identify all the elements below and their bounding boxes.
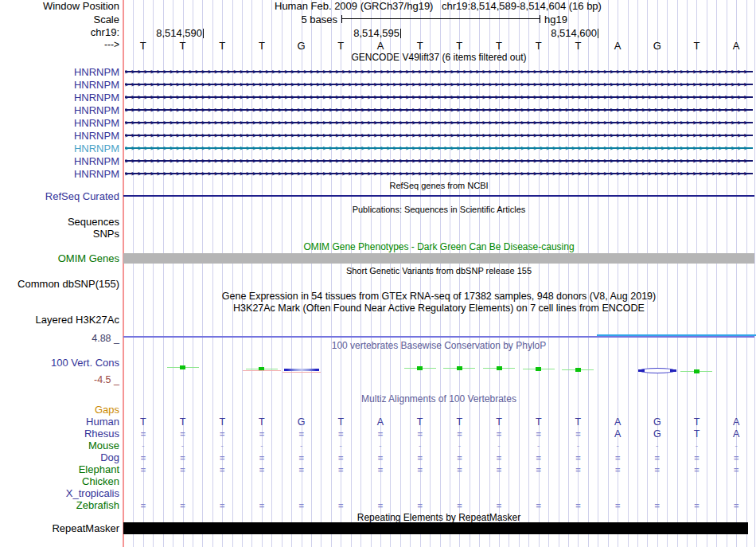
alignment-cell: = — [220, 465, 224, 475]
base-letter: G — [653, 40, 661, 52]
coordinate-tick — [203, 29, 204, 38]
omim-track-title[interactable]: OMIM Gene Phenotypes - Dark Green Can Be… — [123, 242, 754, 252]
alignment-cell: - — [379, 441, 381, 450]
omim-genes-label[interactable]: OMIM Genes — [0, 253, 119, 264]
alignment-cell: = — [457, 501, 462, 510]
coordinate-tick — [400, 29, 401, 38]
alignment-cell: = — [694, 453, 699, 463]
alignment-cell: = — [338, 453, 343, 463]
gene-transcript-row[interactable]: >>>>>>>>>>>>>>>>>>>>>>>>>>>>>>>>>>>>>>>>… — [125, 129, 754, 142]
gene-label-hnrnpm[interactable]: HNRNPM — [0, 92, 119, 104]
alignment-cell: A — [614, 428, 621, 440]
species-label-chicken[interactable]: Chicken — [0, 476, 119, 487]
species-label-dog[interactable]: Dog — [0, 452, 119, 463]
alignment-cell: = — [298, 465, 303, 475]
gene-label-hnrnpm[interactable]: HNRNPM — [0, 143, 119, 154]
conservation-track-label[interactable]: 100 Vert. Cons — [0, 358, 119, 369]
strand-arrows: >>>>>>>>>>>>>>>>>>>>>>>>>>>>>>>>>>>>>>>>… — [125, 142, 754, 154]
publications-track-title[interactable]: Publications: Sequences in Scientific Ar… — [123, 205, 754, 215]
dbsnp-track-title[interactable]: Short Genetic Variants from dbSNP releas… — [123, 267, 754, 276]
strand-direction-label[interactable]: ---> — [0, 40, 119, 50]
strand-arrows: >>>>>>>>>>>>>>>>>>>>>>>>>>>>>>>>>>>>>>>>… — [125, 104, 754, 116]
gene-transcript-row[interactable]: >>>>>>>>>>>>>>>>>>>>>>>>>>>>>>>>>>>>>>>>… — [125, 78, 754, 91]
negative-line — [283, 372, 321, 373]
gencode-track-title[interactable]: GENCODE V49lift37 (6 items filtered out) — [123, 53, 754, 63]
gtex-track-title[interactable]: Gene Expression in 54 tissues from GTEx … — [123, 291, 754, 302]
alignment-cell: = — [378, 465, 383, 475]
gene-transcript-row[interactable]: >>>>>>>>>>>>>>>>>>>>>>>>>>>>>>>>>>>>>>>>… — [125, 104, 754, 116]
alignment-cell: T — [694, 428, 700, 440]
gene-label-hnrnpm[interactable]: HNRNPM — [0, 131, 119, 142]
gene-transcript-row[interactable]: >>>>>>>>>>>>>>>>>>>>>>>>>>>>>>>>>>>>>>>>… — [125, 91, 754, 104]
alignment-cell: = — [220, 453, 224, 463]
alignment-cell: - — [300, 441, 302, 450]
base-letter: T — [180, 40, 186, 52]
scale-label[interactable]: Scale — [0, 14, 119, 25]
gene-transcript-row[interactable]: >>>>>>>>>>>>>>>>>>>>>>>>>>>>>>>>>>>>>>>>… — [125, 154, 754, 167]
repeatmasker-track-title[interactable]: Repeating Elements by RepeatMasker — [123, 513, 754, 523]
alignment-cell: T — [694, 416, 700, 428]
conservation-mark-green_red — [243, 365, 281, 373]
score-square — [457, 366, 462, 370]
common-dbsnp-label[interactable]: Common dbSNP(155) — [0, 279, 119, 290]
alignment-cell: = — [497, 501, 501, 510]
alignment-cell: = — [141, 501, 146, 510]
alignment-cell: T — [259, 416, 265, 428]
sequences-label[interactable]: Sequences — [0, 217, 119, 228]
alignment-cell: = — [378, 429, 383, 439]
repeatmasker-element-bar[interactable] — [123, 522, 748, 534]
multiz-track-title[interactable]: Multiz Alignments of 100 Vertebrates — [123, 394, 754, 404]
alignment-cell: T — [219, 416, 225, 428]
h3k27ac-track-title[interactable]: H3K27Ac Mark (Often Found Near Active Re… — [123, 303, 754, 314]
strand-arrows: >>>>>>>>>>>>>>>>>>>>>>>>>>>>>>>>>>>>>>>>… — [125, 154, 754, 167]
species-label-x_tropicalis[interactable]: X_tropicalis — [0, 488, 119, 499]
base-letter: T — [337, 40, 344, 52]
gene-transcript-row[interactable]: >>>>>>>>>>>>>>>>>>>>>>>>>>>>>>>>>>>>>>>>… — [125, 167, 754, 180]
species-label-human[interactable]: Human — [0, 416, 119, 428]
refseq-gene-line[interactable] — [123, 195, 754, 197]
alignment-cell: = — [220, 429, 224, 439]
refseq-track-title[interactable]: RefSeq genes from NCBI — [123, 182, 754, 191]
species-label-gaps[interactable]: Gaps — [0, 404, 119, 416]
alignment-cell: = — [575, 465, 580, 475]
gene-label-hnrnpm[interactable]: HNRNPM — [0, 118, 119, 129]
alignment-cell: = — [734, 465, 738, 475]
alignment-cell: = — [338, 429, 343, 439]
coordinate-number: 8,514,600 — [533, 27, 597, 39]
snps-label[interactable]: SNPs — [0, 229, 119, 240]
repeatmasker-label[interactable]: RepeatMasker — [0, 523, 119, 534]
strand-arrows: >>>>>>>>>>>>>>>>>>>>>>>>>>>>>>>>>>>>>>>>… — [125, 78, 754, 91]
scale-bar — [341, 15, 540, 23]
alignment-cell: = — [615, 465, 620, 475]
h3k27ac-signal-line-cyan[interactable] — [597, 334, 756, 336]
coordinate-number: 8,514,595 — [336, 27, 399, 39]
species-label-rhesus[interactable]: Rhesus — [0, 428, 119, 440]
alignment-cell: - — [458, 441, 461, 450]
gene-label-hnrnpm[interactable]: HNRNPM — [0, 67, 119, 78]
alignment-cell: A — [733, 416, 739, 428]
alignment-cell: = — [497, 429, 501, 439]
alignment-cell: = — [378, 501, 383, 510]
gene-label-hnrnpm[interactable]: HNRNPM — [0, 169, 119, 180]
species-label-mouse[interactable]: Mouse — [0, 440, 119, 451]
conservation-track-title[interactable]: 100 vertebrates Basewise Conservation by… — [123, 341, 754, 351]
chromosome-label[interactable]: chr19: — [0, 27, 119, 38]
assembly-text: Human Feb. 2009 (GRCh37/hg19) — [275, 1, 433, 12]
species-label-elephant[interactable]: Elephant — [0, 464, 119, 475]
gene-label-hnrnpm[interactable]: HNRNPM — [0, 156, 119, 167]
conservation-axis-max: 4.88 _ — [0, 334, 119, 344]
layered-h3k27ac-label[interactable]: Layered H3K27Ac — [0, 315, 119, 326]
alignment-cell: = — [298, 453, 303, 463]
window-position-label[interactable]: Window Position — [0, 1, 119, 12]
species-label-zebrafish[interactable]: Zebrafish — [0, 500, 119, 511]
refseq-curated-label[interactable]: RefSeq Curated — [0, 191, 119, 202]
gene-label-hnrnpm[interactable]: HNRNPM — [0, 80, 119, 91]
gene-transcript-row[interactable]: >>>>>>>>>>>>>>>>>>>>>>>>>>>>>>>>>>>>>>>>… — [125, 65, 754, 78]
omim-gene-bar[interactable] — [123, 253, 754, 264]
alignment-cell: = — [338, 465, 343, 475]
h3k27ac-signal-line[interactable] — [123, 336, 754, 338]
gene-label-hnrnpm[interactable]: HNRNPM — [0, 105, 119, 116]
gene-transcript-row[interactable]: >>>>>>>>>>>>>>>>>>>>>>>>>>>>>>>>>>>>>>>>… — [125, 142, 754, 154]
base-letter: T — [536, 40, 542, 52]
gene-transcript-row[interactable]: >>>>>>>>>>>>>>>>>>>>>>>>>>>>>>>>>>>>>>>>… — [125, 116, 754, 129]
